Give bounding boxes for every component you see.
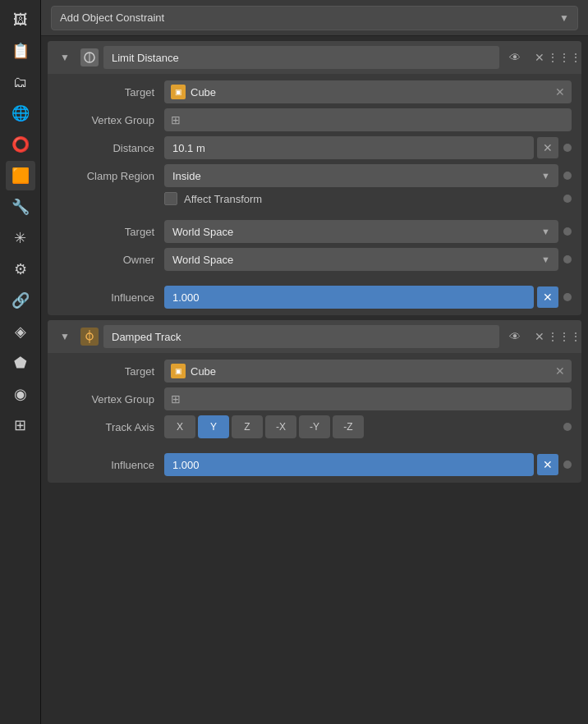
damped-track-type-icon bbox=[80, 328, 99, 346]
constraint-panels: ▼ Limit Distance 👁 ✕ ⋮⋮⋮ Target bbox=[41, 36, 588, 724]
vertex-group-label: Vertex Group bbox=[57, 114, 164, 126]
track-axis-z-button[interactable]: Z bbox=[232, 415, 263, 438]
damped-track-vertex-group-icon: ⊞ bbox=[171, 392, 181, 406]
target-label: Target bbox=[57, 86, 164, 99]
damped-track-vertex-group-input[interactable]: ⊞ bbox=[164, 387, 572, 410]
damped-track-influence-container: 1.000 ✕ bbox=[164, 453, 558, 476]
damped-track-influence-field[interactable]: 1.000 bbox=[164, 453, 534, 476]
target-space-dot bbox=[563, 227, 572, 236]
target-object-selector[interactable]: ▣ Cube ✕ bbox=[164, 80, 572, 103]
damped-track-influence-clear-button[interactable]: ✕ bbox=[537, 454, 558, 475]
limit-distance-distance-row: Distance 10.1 m ✕ bbox=[57, 136, 572, 159]
limit-distance-name[interactable]: Limit Distance bbox=[103, 46, 499, 69]
limit-distance-vertex-group-row: Vertex Group ⊞ bbox=[57, 108, 572, 131]
limit-distance-influence-clear-button[interactable]: ✕ bbox=[537, 286, 558, 308]
affect-transform-dot bbox=[563, 195, 572, 203]
clamp-region-value: Inside bbox=[172, 170, 201, 182]
target-space-select[interactable]: World Space ▼ bbox=[164, 220, 558, 243]
damped-track-vertex-group-container: ⊞ bbox=[164, 387, 572, 410]
damped-track-name[interactable]: Damped Track bbox=[103, 325, 499, 348]
physics-icon[interactable]: ⚙ bbox=[6, 254, 35, 284]
track-axis-neg-x-button[interactable]: -X bbox=[265, 415, 296, 438]
distance-dot bbox=[563, 144, 572, 152]
checker-icon[interactable]: ⊞ bbox=[6, 410, 35, 440]
affect-transform-checkbox[interactable] bbox=[164, 192, 177, 205]
target-clear-button[interactable]: ✕ bbox=[555, 86, 565, 98]
limit-distance-menu-button[interactable]: ⋮⋮⋮ bbox=[554, 47, 575, 68]
clamp-region-row: Clamp Region Inside ▼ bbox=[57, 164, 572, 187]
sidebar: 🖼 📋 🗂 🌐 ⭕ 🟧 🔧 ✳ ⚙ 🔗 ◈ ⬟ ◉ ⊞ bbox=[0, 0, 41, 724]
view-layer-icon[interactable]: 🗂 bbox=[6, 67, 35, 97]
world-icon[interactable]: ⭕ bbox=[6, 130, 35, 159]
damped-track-visibility-button[interactable]: 👁 bbox=[504, 326, 526, 347]
target-space-row: Target World Space ▼ bbox=[57, 220, 572, 243]
render-icon[interactable]: 🖼 bbox=[6, 5, 35, 34]
limit-distance-influence-dot bbox=[563, 293, 572, 301]
affect-transform-row: Affect Transform bbox=[57, 192, 572, 205]
target-object-icon: ▣ bbox=[171, 85, 186, 99]
vertex-group-icon: ⊞ bbox=[171, 113, 181, 126]
add-object-constraint-dropdown[interactable]: Add Object Constraint ▼ bbox=[51, 6, 578, 30]
owner-space-value: World Space bbox=[172, 254, 233, 266]
damped-track-target-clear-button[interactable]: ✕ bbox=[555, 365, 565, 377]
damped-track-target-field: ▣ Cube ✕ bbox=[164, 360, 572, 383]
damped-track-target-icon: ▣ bbox=[171, 364, 186, 378]
limit-distance-influence-field[interactable]: 1.000 bbox=[164, 286, 534, 309]
limit-distance-panel: ▼ Limit Distance 👁 ✕ ⋮⋮⋮ Target bbox=[48, 41, 581, 315]
track-axis-y-button[interactable]: Y bbox=[198, 415, 229, 438]
limit-distance-target-row: Target ▣ Cube ✕ bbox=[57, 80, 572, 103]
scene-icon[interactable]: 🌐 bbox=[6, 99, 35, 128]
limit-distance-header: ▼ Limit Distance 👁 ✕ ⋮⋮⋮ bbox=[48, 41, 581, 74]
owner-space-row: Owner World Space ▼ bbox=[57, 248, 572, 271]
clamp-region-select-container: Inside ▼ bbox=[164, 164, 558, 187]
track-axis-buttons-container: X Y Z -X -Y -Z bbox=[164, 415, 558, 438]
clamp-region-dot bbox=[563, 172, 572, 180]
owner-space-select[interactable]: World Space ▼ bbox=[164, 248, 558, 271]
damped-track-target-row: Target ▣ Cube ✕ bbox=[57, 360, 572, 383]
track-axis-neg-z-button[interactable]: -Z bbox=[333, 415, 364, 438]
track-axis-dot bbox=[563, 423, 572, 431]
distance-clear-button[interactable]: ✕ bbox=[537, 137, 558, 158]
damped-track-header: ▼ Damped Track 👁 ✕ ⋮⋮⋮ bbox=[48, 320, 581, 353]
output-icon[interactable]: 📋 bbox=[6, 36, 35, 66]
vertex-group-input[interactable]: ⊞ bbox=[164, 108, 572, 131]
material-icon[interactable]: ⬟ bbox=[6, 348, 35, 378]
track-axis-button-group: X Y Z -X -Y -Z bbox=[164, 415, 558, 438]
track-axis-neg-y-button[interactable]: -Y bbox=[299, 415, 330, 438]
target-space-label: Target bbox=[57, 226, 164, 238]
target-object-name: Cube bbox=[191, 86, 550, 99]
distance-value-field[interactable]: 10.1 m bbox=[164, 136, 534, 159]
limit-distance-influence-label: Influence bbox=[57, 291, 164, 304]
limit-distance-target-field: ▣ Cube ✕ bbox=[164, 80, 572, 103]
particles-icon[interactable]: ✳ bbox=[6, 223, 35, 253]
dropdown-chevron-icon: ▼ bbox=[559, 12, 569, 24]
damped-track-influence-row: Influence 1.000 ✕ bbox=[57, 453, 572, 476]
damped-track-influence-dot bbox=[563, 461, 572, 469]
damped-track-target-selector[interactable]: ▣ Cube ✕ bbox=[164, 360, 572, 383]
owner-space-chevron-icon: ▼ bbox=[541, 254, 550, 264]
owner-space-label: Owner bbox=[57, 254, 164, 266]
track-axis-row: Track Axis X Y Z -X -Y -Z bbox=[57, 415, 572, 438]
limit-distance-visibility-button[interactable]: 👁 bbox=[504, 47, 526, 68]
limit-distance-body: Target ▣ Cube ✕ Vertex Group ⊞ bbox=[48, 74, 581, 315]
damped-track-menu-button[interactable]: ⋮⋮⋮ bbox=[554, 326, 575, 347]
damped-track-target-label: Target bbox=[57, 365, 164, 378]
limit-distance-header-actions: 👁 ✕ ⋮⋮⋮ bbox=[504, 47, 575, 68]
clamp-region-select[interactable]: Inside ▼ bbox=[164, 164, 558, 187]
track-axis-label: Track Axis bbox=[57, 421, 164, 433]
shader-icon[interactable]: ◉ bbox=[6, 379, 35, 409]
damped-track-influence-label: Influence bbox=[57, 459, 164, 471]
damped-track-body: Target ▣ Cube ✕ Vertex Group ⊞ bbox=[48, 353, 581, 483]
object-icon[interactable]: 🟧 bbox=[6, 161, 35, 190]
top-bar: Add Object Constraint ▼ bbox=[41, 0, 588, 36]
damped-track-collapse-button[interactable]: ▼ bbox=[54, 326, 76, 347]
affect-transform-label: Affect Transform bbox=[184, 193, 262, 205]
distance-field-container: 10.1 m ✕ bbox=[164, 136, 558, 159]
limit-distance-collapse-button[interactable]: ▼ bbox=[54, 47, 76, 68]
constraint-icon[interactable]: 🔗 bbox=[6, 286, 35, 315]
modifier-icon[interactable]: 🔧 bbox=[6, 192, 35, 222]
limit-distance-influence-row: Influence 1.000 ✕ bbox=[57, 286, 572, 309]
damped-track-target-name: Cube bbox=[191, 365, 550, 378]
data-icon[interactable]: ◈ bbox=[6, 317, 35, 346]
track-axis-x-button[interactable]: X bbox=[164, 415, 195, 438]
